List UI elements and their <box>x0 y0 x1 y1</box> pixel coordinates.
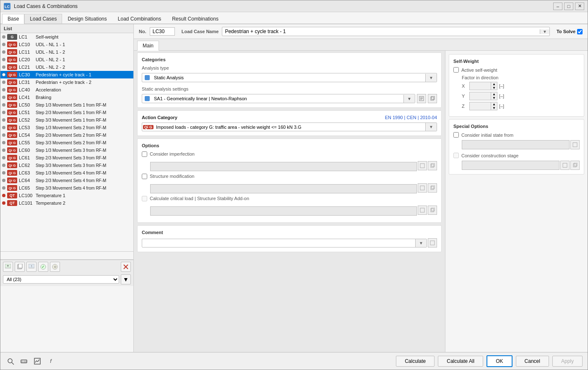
imperfection-edit-btn[interactable] <box>418 161 427 170</box>
calculate-all-button[interactable]: Calculate All <box>438 356 483 367</box>
active-self-weight-checkbox[interactable] <box>453 67 459 73</box>
edit-settings-button[interactable] <box>417 94 426 103</box>
list-item[interactable]: G LC1 Self-weight <box>0 33 133 41</box>
static-settings-arrow[interactable]: ▼ <box>403 95 415 103</box>
critical-load-edit-btn[interactable] <box>418 206 427 215</box>
copy-button[interactable] <box>15 262 25 272</box>
tab-load-cases[interactable]: Load Cases <box>24 14 62 23</box>
static-settings-select[interactable]: SA1 - Geometrically linear | Newton-Raph… <box>152 95 403 102</box>
maximize-button[interactable]: □ <box>564 3 573 10</box>
comment-dropdown[interactable]: ▼ <box>142 239 427 248</box>
ok-button[interactable]: OK <box>487 355 512 367</box>
comment-dropdown-arrow[interactable]: ▼ <box>415 239 427 247</box>
list-item[interactable]: Qi G LC54 Step 2/3 Movement Sets 2 from … <box>0 131 133 139</box>
copy-settings-button[interactable] <box>428 94 437 103</box>
delete-button[interactable] <box>121 262 131 272</box>
list-area[interactable]: G LC1 Self-weight Qi G LC10 UDL - NL 1 -… <box>0 33 133 251</box>
initial-state-edit-btn[interactable] <box>570 140 580 149</box>
list-item[interactable]: Qi G LC60 Step 1/3 Movement Sets 3 from … <box>0 146 133 154</box>
list-item[interactable]: Qi G LC55 Step 3/3 Movement Sets 2 from … <box>0 139 133 146</box>
structure-mod-edit-btn[interactable] <box>418 183 427 193</box>
z-spin-up[interactable]: ▲ <box>491 102 497 106</box>
list-item[interactable]: Qi G LC63 Step 1/3 Movement Sets 4 from … <box>0 169 133 177</box>
x-spin-up[interactable]: ▲ <box>491 82 497 86</box>
z-factor-input: ▲ ▼ <box>469 102 497 110</box>
tab-result-combinations[interactable]: Result Combinations <box>167 14 224 23</box>
analysis-type-arrow[interactable]: ▼ <box>425 74 437 82</box>
no-input[interactable] <box>150 27 175 36</box>
analysis-type-dropdown[interactable]: Static Analysis ▼ <box>142 73 437 82</box>
name-dropdown[interactable]: Pedestrian + cycle track - 1 ▼ <box>222 27 550 36</box>
analysis-type-select[interactable]: Static Analysis <box>152 74 425 81</box>
apply-button[interactable]: Apply <box>552 356 583 367</box>
construction-stage-edit-btn[interactable] <box>560 161 570 170</box>
list-item[interactable]: Qi G LC21 UDL - NL 2 - 2 <box>0 63 133 71</box>
y-spin-down[interactable]: ▼ <box>491 96 497 100</box>
to-solve-checkbox[interactable] <box>577 29 583 34</box>
y-spin-up[interactable]: ▲ <box>491 92 497 96</box>
y-factor-value[interactable] <box>470 93 491 99</box>
list-item[interactable]: Qi G LC52 Step 3/3 Movement Sets 1 from … <box>0 116 133 124</box>
x-spin-down[interactable]: ▼ <box>491 86 497 90</box>
tab-load-combinations[interactable]: Load Combinations <box>112 14 167 23</box>
list-item[interactable]: Qi G LC50 Step 1/3 Movement Sets 1 from … <box>0 101 133 109</box>
action-select[interactable]: Imposed loads - category G: traffic area… <box>154 123 425 131</box>
x-factor-spin[interactable]: ▲ ▼ <box>491 82 497 90</box>
color-indicator <box>2 201 5 205</box>
list-item[interactable]: Qi G LC61 Step 2/3 Movement Sets 3 from … <box>0 154 133 162</box>
search-icon[interactable] <box>5 356 16 366</box>
list-item[interactable]: Qi G LC31 Pedestrian + cycle track - 2 <box>0 78 133 86</box>
initial-state-checkbox[interactable] <box>453 132 459 138</box>
calculate-button[interactable]: Calculate <box>396 356 434 367</box>
import-button[interactable]: ↑ <box>26 262 36 272</box>
tab-base[interactable]: Base <box>2 14 24 24</box>
list-item-selected[interactable]: Qi G LC30 Pedestrian + cycle track - 1 <box>0 71 133 78</box>
imperfection-copy-btn[interactable] <box>428 161 437 170</box>
cancel-button[interactable]: Cancel <box>516 356 549 367</box>
tab-design-situations[interactable]: Design Situations <box>62 14 112 23</box>
x-factor-value[interactable] <box>470 83 491 89</box>
comment-edit-btn[interactable] <box>428 238 437 248</box>
list-item[interactable]: QT LC100 Temperature 1 <box>0 192 133 199</box>
construction-stage-checkbox[interactable] <box>453 153 459 158</box>
comment-select[interactable] <box>142 239 415 247</box>
list-item[interactable]: Qi G LC62 Step 3/3 Movement Sets 3 from … <box>0 162 133 169</box>
list-item[interactable]: QT LC101 Temperature 2 <box>0 199 133 207</box>
critical-load-checkbox[interactable] <box>142 196 147 201</box>
filter-select[interactable]: All (23) <box>3 275 119 284</box>
z-factor-spin[interactable]: ▲ ▼ <box>491 102 497 110</box>
list-item[interactable]: Qi G LC64 Step 2/3 Movement Sets 4 from … <box>0 177 133 184</box>
imperfection-checkbox[interactable] <box>142 151 147 157</box>
list-item[interactable]: Qi G LC20 UDL - NL 2 - 1 <box>0 56 133 63</box>
filter-expand-button[interactable]: ▼ <box>121 274 131 284</box>
y-factor-spin[interactable]: ▲ ▼ <box>491 92 497 100</box>
list-item[interactable]: Qi G LC40 Acceleration <box>0 86 133 94</box>
list-item[interactable]: Qi G LC65 Step 3/3 Movement Sets 4 from … <box>0 184 133 192</box>
list-item[interactable]: Qi G LC10 UDL - NL 1 - 1 <box>0 41 133 48</box>
list-item[interactable]: Qi G LC41 Braking <box>0 94 133 101</box>
list-item[interactable]: Qi G LC11 UDL - NL 1 - 2 <box>0 48 133 56</box>
z-spin-down[interactable]: ▼ <box>491 106 497 110</box>
name-select[interactable]: Pedestrian + cycle track - 1 <box>222 27 540 36</box>
static-settings-dropdown[interactable]: SA1 - Geometrically linear | Newton-Raph… <box>142 94 415 103</box>
graph-icon[interactable] <box>32 356 42 366</box>
action-dropdown-row[interactable]: Qi G Imposed loads - category G: traffic… <box>142 122 437 131</box>
name-dropdown-arrow[interactable]: ▼ <box>540 29 549 34</box>
add-button[interactable]: + <box>3 262 13 272</box>
action-dropdown-arrow[interactable]: ▼ <box>425 123 437 131</box>
check-button[interactable]: ✓ <box>38 262 48 272</box>
measure-icon[interactable]: 0.00 <box>19 356 29 366</box>
list-item[interactable]: Qi G LC51 Step 2/3 Movement Sets 1 from … <box>0 109 133 116</box>
list-item[interactable]: Qi G LC53 Step 1/3 Movement Sets 2 from … <box>0 124 133 131</box>
minimize-button[interactable]: – <box>553 3 562 10</box>
function-icon[interactable]: f <box>46 356 56 366</box>
critical-load-copy-btn[interactable] <box>428 206 437 215</box>
close-button[interactable]: ✕ <box>575 3 584 10</box>
z-factor-value[interactable] <box>470 103 491 109</box>
list-scrollbar[interactable] <box>0 251 133 260</box>
structure-mod-copy-btn[interactable] <box>428 183 437 193</box>
structure-mod-checkbox[interactable] <box>142 174 147 179</box>
settings-button[interactable]: ⚙ <box>50 262 60 272</box>
construction-stage-copy-btn[interactable] <box>570 161 580 170</box>
tab-main[interactable]: Main <box>137 41 159 51</box>
